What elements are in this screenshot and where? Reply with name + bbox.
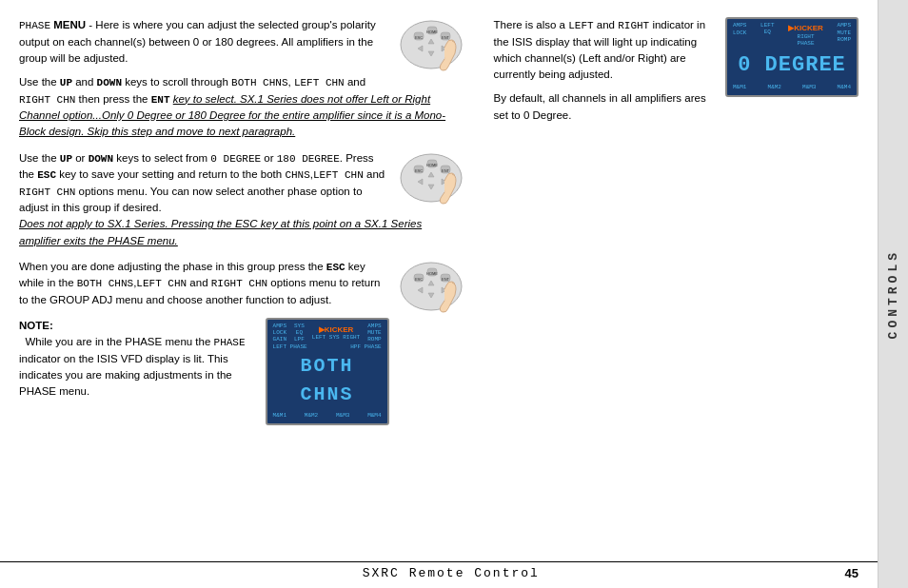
- right-indicator: RIGHT: [618, 20, 649, 31]
- footer-title: SXRC Remote Control: [57, 566, 845, 580]
- menu-label: MENU: [53, 19, 86, 30]
- phase-menu-section: ESC HOME ENT: [19, 17, 465, 141]
- use-up-down-para: Use the UP and DOWN keys to scroll throu…: [19, 74, 465, 141]
- when-done-section: ESC HOME ENT: [19, 259, 465, 308]
- page-number: 45: [845, 566, 859, 580]
- left3-chn-label: LEFT CHN: [136, 278, 187, 289]
- svg-text:ESC: ESC: [414, 35, 422, 40]
- hand-image-2: ESC HOME ENT: [397, 150, 465, 210]
- footer: SXRC Remote Control 45: [0, 561, 878, 580]
- esc2-key: ESC: [326, 262, 345, 273]
- both-chns-label: BOTH CHNS: [231, 77, 287, 88]
- svg-text:ESC: ESC: [414, 277, 422, 282]
- up2-key: UP: [60, 153, 72, 165]
- svg-text:ESC: ESC: [414, 168, 422, 173]
- select-degree-section: ESC HOME ENT: [19, 150, 465, 249]
- page-container: ESC HOME ENT: [0, 0, 908, 588]
- note-para: NOTE: While you are in the PHASE menu th…: [19, 318, 465, 401]
- esc-key: ESC: [37, 169, 56, 181]
- right-chn2-label: RIGHT CHN: [19, 186, 75, 198]
- phase-label: PHASE: [19, 20, 50, 31]
- phase-indicator: PHASE: [214, 337, 246, 348]
- svg-text:ENT: ENT: [442, 35, 450, 40]
- svg-text:HOME: HOME: [426, 29, 438, 34]
- svg-text:ENT: ENT: [442, 277, 450, 282]
- left-column: ESC HOME ENT: [19, 17, 465, 559]
- sidebar: CONTROLS: [878, 0, 908, 588]
- right-column: AMPS LOCK LEFT EQ ▶KICKER RIGHT PHASE: [484, 17, 859, 559]
- up-key: UP: [60, 77, 72, 88]
- both3-chns-label: BOTH CHNS: [77, 278, 133, 289]
- one80-degree-label: 180 DEGREE: [277, 153, 340, 165]
- both-chns2-label: CHNS: [285, 169, 309, 181]
- right-chn-label: RIGHT CHN: [19, 94, 75, 106]
- sx1-note: key to select. SX.1 Series does not offe…: [19, 93, 445, 138]
- left-chn2-label: LEFT CHN: [313, 169, 364, 181]
- two-col-layout: ESC HOME ENT: [19, 17, 859, 559]
- main-content: ESC HOME ENT: [0, 0, 878, 588]
- right3-chn-label: RIGHT CHN: [211, 278, 267, 289]
- down-key: DOWN: [97, 77, 122, 88]
- ent-key: ENT: [151, 94, 170, 106]
- left-indicator: LEFT: [568, 20, 593, 31]
- note-label: NOTE:: [19, 320, 53, 331]
- svg-text:HOME: HOME: [426, 163, 438, 167]
- note-lcd-display: AMPS LOCK GAIN SYS EQ LPF: [266, 318, 389, 425]
- svg-text:ENT: ENT: [442, 168, 450, 173]
- zero-degree-label: 0 DEGREE: [210, 153, 261, 165]
- down2-key: DOWN: [89, 153, 113, 165]
- right-lcd-display: AMPS LOCK LEFT EQ ▶KICKER RIGHT PHASE: [725, 17, 859, 97]
- sx1-note2: Does not apply to SX.1 Series. Pressing …: [19, 218, 422, 245]
- sidebar-text: CONTROLS: [886, 249, 900, 339]
- hand-image-1: ESC HOME ENT: [397, 17, 465, 77]
- svg-text:HOME: HOME: [426, 271, 438, 276]
- left-chn-label: LEFT CHN: [294, 77, 345, 88]
- note-section: AMPS LOCK GAIN SYS EQ LPF: [19, 318, 465, 401]
- hand-image-3: ESC HOME ENT: [397, 259, 465, 319]
